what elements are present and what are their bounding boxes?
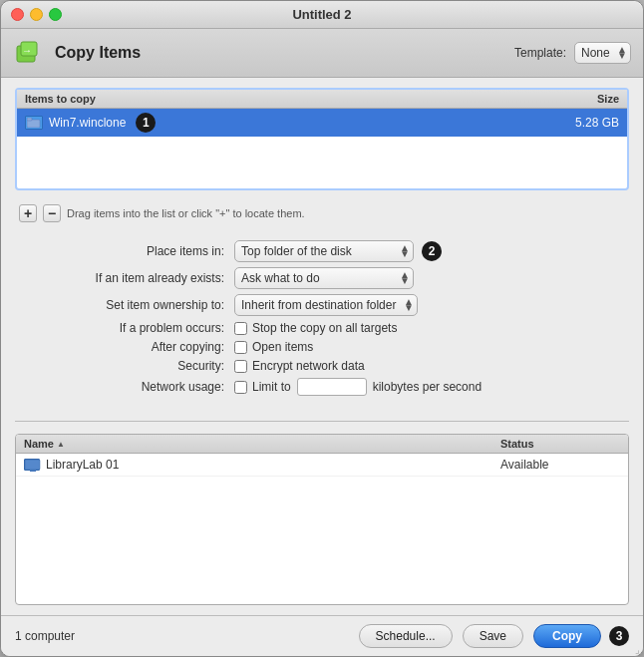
network-label: Network usage: xyxy=(15,380,234,394)
copy-items-icon: → xyxy=(13,37,45,69)
place-items-row: Place items in: Top folder of the disk ▲… xyxy=(15,240,629,262)
toolbar-right: Template: None ▲ ▼ xyxy=(514,42,631,64)
place-items-select[interactable]: Top folder of the disk xyxy=(234,240,414,262)
target-col-status: Status xyxy=(500,438,620,450)
window-controls xyxy=(11,8,62,21)
add-item-button[interactable]: + xyxy=(19,204,37,222)
items-table-footer: + − Drag items into the list or click "+… xyxy=(15,198,629,228)
items-col-name: Items to copy xyxy=(25,93,539,105)
ownership-select-wrapper[interactable]: Inherit from destination folder ▲ ▼ xyxy=(234,294,418,316)
security-checkbox[interactable] xyxy=(234,360,247,373)
items-row-size: 5.28 GB xyxy=(539,116,619,130)
place-items-control: Top folder of the disk ▲ ▼ 2 xyxy=(234,240,442,262)
close-button[interactable] xyxy=(11,8,24,21)
toolbar-left: → Copy Items xyxy=(13,37,141,69)
target-row[interactable]: LibraryLab 01 Available xyxy=(16,454,628,477)
template-label: Template: xyxy=(514,46,566,60)
toolbar-title: Copy Items xyxy=(55,44,141,62)
toolbar: → Copy Items Template: None ▲ ▼ xyxy=(1,29,643,78)
section-divider xyxy=(15,421,629,422)
network-unit: kilobytes per second xyxy=(373,380,482,394)
items-row-file-icon xyxy=(25,116,43,130)
problem-checkbox-label[interactable]: Stop the copy on all targets xyxy=(234,321,397,335)
after-checkbox-label[interactable]: Open items xyxy=(234,340,313,354)
network-control: Limit to kilobytes per second xyxy=(234,378,482,396)
ownership-control: Inherit from destination folder ▲ ▼ xyxy=(234,294,418,316)
main-content: Items to copy Size Win7.winclone xyxy=(1,78,643,615)
template-select[interactable]: None xyxy=(574,42,631,64)
badge-1: 1 xyxy=(136,113,156,133)
remove-item-button[interactable]: − xyxy=(43,204,61,222)
target-table-header[interactable]: Name ▲ Status xyxy=(16,435,628,454)
computer-count: 1 computer xyxy=(15,629,75,643)
schedule-button[interactable]: Schedule... xyxy=(359,624,453,648)
titlebar: Untitled 2 xyxy=(1,1,643,29)
items-col-size: Size xyxy=(539,93,619,105)
maximize-button[interactable] xyxy=(49,8,62,21)
copy-btn-group: Copy 3 xyxy=(533,624,629,648)
form-section: Place items in: Top folder of the disk ▲… xyxy=(15,236,629,409)
svg-rect-5 xyxy=(25,460,40,470)
drag-hint: Drag items into the list or click "+" to… xyxy=(67,207,305,219)
after-checkbox-text: Open items xyxy=(252,340,313,354)
minimize-button[interactable] xyxy=(30,8,43,21)
target-table: Name ▲ Status xyxy=(15,434,629,605)
if-exists-select-wrapper[interactable]: Ask what to do ▲ ▼ xyxy=(234,267,414,289)
bottom-bar: 1 computer Schedule... Save Copy 3 xyxy=(1,615,643,656)
security-checkbox-text: Encrypt network data xyxy=(252,359,365,373)
problem-control: Stop the copy on all targets xyxy=(234,321,397,335)
ownership-select[interactable]: Inherit from destination folder xyxy=(234,294,418,316)
problem-checkbox-text: Stop the copy on all targets xyxy=(252,321,397,335)
sort-arrow-icon: ▲ xyxy=(57,440,65,449)
if-exists-control: Ask what to do ▲ ▼ xyxy=(234,267,414,289)
if-exists-row: If an item already exists: Ask what to d… xyxy=(15,267,629,289)
window-title: Untitled 2 xyxy=(292,7,351,22)
save-button[interactable]: Save xyxy=(463,624,523,648)
ownership-label: Set item ownership to: xyxy=(15,298,234,312)
badge-3: 3 xyxy=(609,626,629,646)
ownership-row: Set item ownership to: Inherit from dest… xyxy=(15,294,629,316)
after-label: After copying: xyxy=(15,340,234,354)
security-row: Security: Encrypt network data xyxy=(15,359,629,373)
network-row: Network usage: Limit to kilobytes per se… xyxy=(15,378,629,396)
after-copying-row: After copying: Open items xyxy=(15,340,629,354)
items-row[interactable]: Win7.winclone 1 5.28 GB xyxy=(17,109,627,137)
bottom-actions: Schedule... Save Copy 3 xyxy=(359,624,629,648)
after-control: Open items xyxy=(234,340,313,354)
items-table-body: Win7.winclone 1 5.28 GB xyxy=(17,109,627,188)
if-exists-label: If an item already exists: xyxy=(15,271,234,285)
place-items-label: Place items in: xyxy=(15,244,234,258)
items-table-container: Items to copy Size Win7.winclone xyxy=(15,88,629,190)
place-items-select-wrapper[interactable]: Top folder of the disk ▲ ▼ xyxy=(234,240,414,262)
target-row-status: Available xyxy=(500,458,620,472)
network-checkbox[interactable] xyxy=(234,381,247,394)
svg-text:→: → xyxy=(22,45,32,56)
security-checkbox-label[interactable]: Encrypt network data xyxy=(234,359,365,373)
if-exists-select[interactable]: Ask what to do xyxy=(234,267,414,289)
problem-row: If a problem occurs: Stop the copy on al… xyxy=(15,321,629,335)
security-label: Security: xyxy=(15,359,234,373)
network-checkbox-label[interactable]: Limit to xyxy=(234,380,291,394)
target-row-name: LibraryLab 01 xyxy=(46,458,494,472)
items-table-header: Items to copy Size xyxy=(17,90,627,109)
problem-checkbox[interactable] xyxy=(234,322,247,335)
target-computer-icon xyxy=(24,459,40,471)
template-select-wrapper[interactable]: None ▲ ▼ xyxy=(574,42,631,64)
items-row-filename: Win7.winclone 1 xyxy=(49,113,539,133)
target-col-name[interactable]: Name ▲ xyxy=(24,438,490,450)
target-table-body: LibraryLab 01 Available xyxy=(16,454,628,477)
svg-rect-4 xyxy=(27,118,32,121)
after-checkbox[interactable] xyxy=(234,341,247,354)
svg-rect-6 xyxy=(30,470,36,472)
network-limit-input[interactable] xyxy=(297,378,367,396)
badge-2: 2 xyxy=(422,241,442,261)
security-control: Encrypt network data xyxy=(234,359,365,373)
resize-handle[interactable]: ⌟ xyxy=(635,645,640,655)
copy-button[interactable]: Copy xyxy=(533,624,601,648)
problem-label: If a problem occurs: xyxy=(15,321,234,335)
network-checkbox-text: Limit to xyxy=(252,380,291,394)
